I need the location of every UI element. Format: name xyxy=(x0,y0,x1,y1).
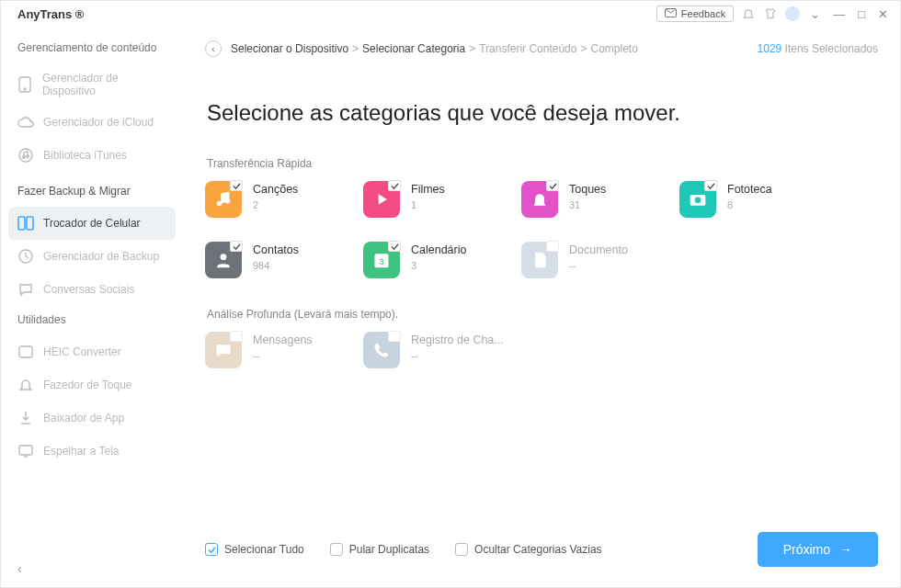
sidebar: Gerenciamento de conteúdo Gerenciador de… xyxy=(1,27,183,587)
category-messages[interactable]: Mensagens-- xyxy=(205,332,363,368)
checkbox-label: Ocultar Categorias Vazias xyxy=(474,543,602,556)
download-icon xyxy=(17,410,34,426)
check-icon xyxy=(546,241,559,252)
category-count: 31 xyxy=(569,199,606,210)
category-grid-quick: Canções2 Filmes1 Toques31 Fototeca8 Cont… xyxy=(205,181,878,302)
checkbox-hide-empty[interactable]: Ocultar Categorias Vazias xyxy=(455,543,602,556)
sidebar-item-label: HEIC Converter xyxy=(43,345,121,358)
shirt-icon[interactable] xyxy=(763,6,778,21)
sidebar-heading-content: Gerenciamento de conteúdo xyxy=(8,34,176,63)
breadcrumb-step: Transferir Conteúdo xyxy=(479,42,576,55)
sidebar-item-label: Conversas Sociais xyxy=(43,283,134,296)
category-contacts[interactable]: Contatos984 xyxy=(205,242,363,278)
music-icon xyxy=(17,147,34,164)
category-label: Fototeca xyxy=(727,183,772,196)
app-title: AnyTrans ® xyxy=(17,7,84,21)
breadcrumb: ‹ Selecionar o Dispositivo > Selecionar … xyxy=(205,40,638,57)
sidebar-item-icloud[interactable]: Gerenciador de iCloud xyxy=(8,106,176,139)
category-count: 8 xyxy=(727,199,772,210)
svg-point-14 xyxy=(695,198,701,204)
sidebar-item-label: Biblioteca iTunes xyxy=(43,149,127,162)
category-label: Filmes xyxy=(411,183,445,196)
feedback-button[interactable]: Feedback xyxy=(656,6,734,22)
footer-bar: Selecionar Tudo Pular Duplicatas Ocultar… xyxy=(205,532,878,567)
feedback-label: Feedback xyxy=(681,8,725,19)
category-count: -- xyxy=(569,260,628,271)
mail-icon xyxy=(665,8,677,19)
sidebar-item-ringtone[interactable]: Fazedor de Toque xyxy=(8,368,176,401)
category-label: Canções xyxy=(253,183,298,196)
category-count: 3 xyxy=(411,260,466,271)
svg-point-3 xyxy=(19,149,32,162)
svg-rect-6 xyxy=(18,217,25,230)
back-button[interactable]: ‹ xyxy=(205,40,222,57)
avatar[interactable] xyxy=(785,6,800,21)
svg-point-12 xyxy=(225,198,231,204)
category-label: Registro de Cha... xyxy=(411,334,504,346)
category-movies[interactable]: Filmes1 xyxy=(363,181,521,218)
category-ringtones[interactable]: Toques31 xyxy=(521,181,679,218)
next-label: Próximo xyxy=(783,542,830,557)
next-button[interactable]: Próximo → xyxy=(758,532,878,567)
check-icon xyxy=(388,331,401,342)
category-document[interactable]: Documento-- xyxy=(521,242,679,278)
checkbox-skip-duplicates[interactable]: Pular Duplicatas xyxy=(330,543,429,556)
selection-count: 1029 Itens Selecionados xyxy=(758,42,878,55)
phone-switch-icon xyxy=(17,215,34,232)
checkbox-label: Selecionar Tudo xyxy=(224,543,304,556)
bell-icon xyxy=(17,377,34,393)
breadcrumb-step: Completo xyxy=(590,42,637,55)
breadcrumb-step[interactable]: Selecionar o Dispositivo xyxy=(231,42,348,55)
sidebar-item-backup-manager[interactable]: Gerenciador de Backup xyxy=(8,240,176,273)
category-label: Calendário xyxy=(411,243,466,256)
category-grid-deep: Mensagens-- Registro de Cha...-- xyxy=(205,332,878,392)
svg-point-2 xyxy=(24,88,26,90)
sidebar-item-label: Espelhar a Tela xyxy=(43,445,120,458)
sidebar-heading-utilities: Utilidades xyxy=(8,306,176,335)
category-count: 984 xyxy=(253,260,299,271)
check-icon xyxy=(230,180,243,191)
chat-icon xyxy=(17,281,34,298)
svg-point-15 xyxy=(221,254,227,260)
sidebar-item-label: Baixador de App xyxy=(43,412,124,424)
category-label: Toques xyxy=(569,183,606,196)
sidebar-item-device-manager[interactable]: Gerenciador de Dispositivo xyxy=(8,63,176,106)
category-label: Documento xyxy=(569,243,628,256)
heic-icon xyxy=(17,344,34,360)
sidebar-heading-backup: Fazer Backup & Migrar xyxy=(8,177,176,207)
chevron-down-icon[interactable]: ⌄ xyxy=(807,7,823,21)
page-title: Selecione as categorias que você deseja … xyxy=(207,100,878,126)
category-photos[interactable]: Fototeca8 xyxy=(679,181,838,218)
sidebar-item-label: Fazedor de Toque xyxy=(43,379,132,391)
device-icon xyxy=(17,76,33,93)
sidebar-item-heic[interactable]: HEIC Converter xyxy=(8,335,176,368)
svg-text:3: 3 xyxy=(379,257,383,266)
category-music[interactable]: Canções2 xyxy=(205,181,363,218)
maximize-button[interactable]: □ xyxy=(855,7,868,21)
svg-rect-7 xyxy=(27,217,33,230)
cloud-icon xyxy=(17,114,34,130)
category-count: -- xyxy=(253,350,313,361)
checkbox-label: Pular Duplicatas xyxy=(349,543,429,556)
arrow-right-icon: → xyxy=(839,542,852,557)
screen-icon xyxy=(17,443,34,459)
checkbox-select-all[interactable]: Selecionar Tudo xyxy=(205,543,304,556)
bell-icon[interactable] xyxy=(741,6,756,21)
sidebar-item-itunes[interactable]: Biblioteca iTunes xyxy=(8,139,176,172)
sidebar-item-phone-switcher[interactable]: Trocador de Celular xyxy=(8,207,176,240)
category-calendar[interactable]: 3 Calendário3 xyxy=(363,242,521,278)
close-button[interactable]: ✕ xyxy=(875,7,891,21)
minimize-button[interactable]: — xyxy=(830,7,848,21)
check-icon xyxy=(546,180,559,191)
sidebar-item-label: Gerenciador de Dispositivo xyxy=(42,72,166,97)
section-title-deep: Análise Profunda (Levará mais tempo). xyxy=(207,308,878,321)
history-icon xyxy=(17,248,34,265)
svg-point-11 xyxy=(217,201,222,207)
sidebar-item-app-download[interactable]: Baixador de App xyxy=(8,401,176,435)
breadcrumb-step[interactable]: Selecionar Categoria xyxy=(362,42,465,55)
category-call-log[interactable]: Registro de Cha...-- xyxy=(363,332,521,368)
sidebar-item-label: Gerenciador de Backup xyxy=(43,250,159,263)
sidebar-item-mirror[interactable]: Espelhar a Tela xyxy=(8,435,176,468)
sidebar-item-social[interactable]: Conversas Sociais xyxy=(8,273,176,306)
collapse-sidebar-button[interactable]: ‹ xyxy=(17,561,22,576)
